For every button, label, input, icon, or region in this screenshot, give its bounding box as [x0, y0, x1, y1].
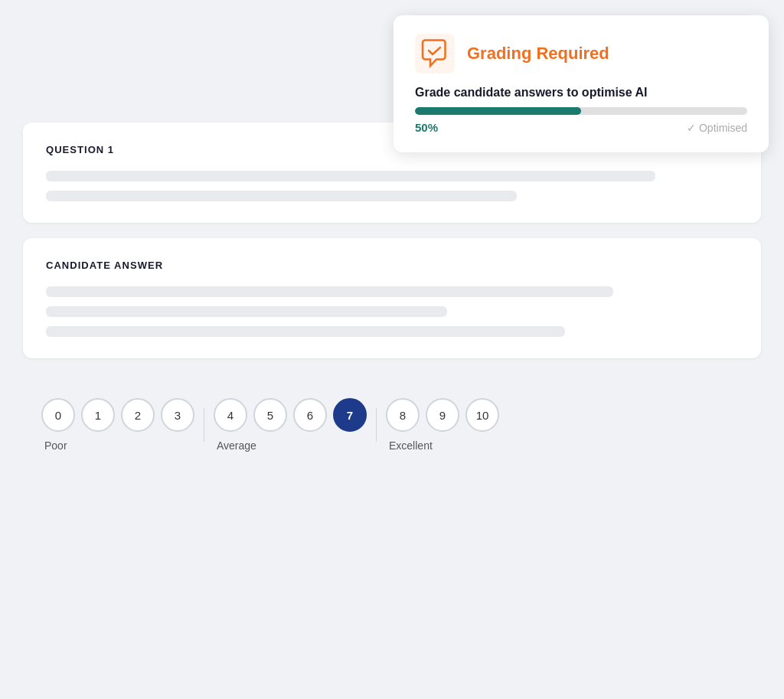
rating-btn-4[interactable]: 4: [214, 398, 247, 432]
excellent-buttons-row: 8 9 10: [386, 398, 499, 432]
question-skeleton-line-2: [46, 191, 517, 201]
poor-buttons-row: 0 1 2 3: [41, 398, 194, 432]
candidate-skeleton-line-3: [46, 326, 565, 337]
rating-group-poor: 0 1 2 3 Poor: [41, 398, 194, 452]
grading-card-header: Grading Required: [415, 34, 747, 73]
rating-group-average: 4 5 6 7 Average: [214, 398, 367, 452]
average-label: Average: [214, 439, 256, 452]
grading-icon: [415, 34, 455, 73]
grading-required-card: Grading Required Grade candidate answers…: [394, 15, 769, 152]
candidate-section-title: CANDIDATE ANSWER: [46, 260, 738, 271]
rating-btn-2[interactable]: 2: [121, 398, 155, 432]
average-buttons-row: 4 5 6 7: [214, 398, 367, 432]
rating-btn-3[interactable]: 3: [161, 398, 194, 432]
grading-title: Grading Required: [467, 44, 609, 64]
progress-percent: 50%: [415, 121, 438, 134]
rating-btn-8[interactable]: 8: [386, 398, 420, 432]
divider-2: [376, 408, 377, 442]
progress-labels: 50% ✓ Optimised: [415, 121, 747, 134]
poor-label: Poor: [41, 439, 67, 452]
rating-bar: 0 1 2 3 Poor 4 5 6 7 Average 8 9 10: [23, 381, 761, 469]
progress-bar-fill: [415, 107, 581, 115]
rating-btn-10[interactable]: 10: [466, 398, 499, 432]
candidate-skeleton-line-1: [46, 286, 613, 297]
rating-btn-1[interactable]: 1: [81, 398, 115, 432]
rating-btn-5[interactable]: 5: [253, 398, 287, 432]
progress-bar-container: [415, 107, 747, 115]
candidate-answer-card: CANDIDATE ANSWER: [23, 238, 761, 358]
optimised-label: ✓ Optimised: [687, 122, 747, 134]
excellent-label: Excellent: [386, 439, 433, 452]
divider-1: [204, 408, 204, 442]
rating-btn-9[interactable]: 9: [426, 398, 459, 432]
candidate-skeleton-line-2: [46, 306, 447, 317]
rating-btn-0[interactable]: 0: [41, 398, 75, 432]
grading-subtitle: Grade candidate answers to optimise AI: [415, 86, 747, 100]
rating-btn-6[interactable]: 6: [293, 398, 327, 432]
rating-group-excellent: 8 9 10 Excellent: [386, 398, 499, 452]
rating-btn-7[interactable]: 7: [333, 398, 367, 432]
question-skeleton-line-1: [46, 171, 655, 181]
